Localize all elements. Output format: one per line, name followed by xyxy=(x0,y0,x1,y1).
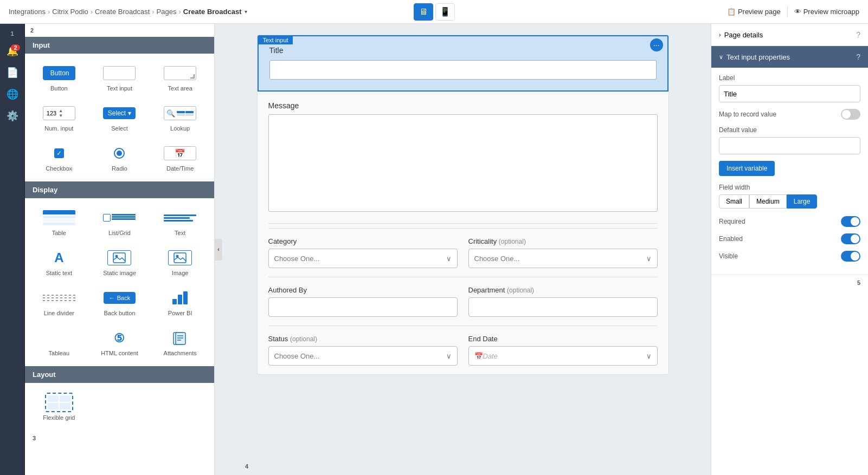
field-width-medium[interactable]: Medium xyxy=(749,194,787,209)
text-input-props-label: Text input properties xyxy=(726,53,790,61)
breadcrumb-integrations[interactable]: Integrations xyxy=(9,8,46,16)
component-tableau[interactable]: Tableau xyxy=(30,324,88,361)
component-button[interactable]: Button Button xyxy=(30,59,88,96)
grid-cell xyxy=(103,214,111,222)
authored-by-input[interactable] xyxy=(268,297,458,317)
icon-sidebar: 1 🔔 2 📄 🌐 ⚙️ xyxy=(0,24,25,475)
list-grid-label: List/Grid xyxy=(108,230,131,236)
attachments-icon-wrapper xyxy=(164,328,196,348)
default-value-input[interactable] xyxy=(719,137,860,154)
component-list-grid[interactable]: List/Grid xyxy=(91,204,149,240)
end-date-input[interactable]: 📅 Date ∨ xyxy=(468,346,658,366)
component-table[interactable]: Table xyxy=(30,204,88,240)
message-textarea[interactable] xyxy=(268,114,658,212)
list-grid-icon-wrapper xyxy=(103,208,136,227)
preview-microapp-link[interactable]: 👁 Preview microapp xyxy=(794,8,859,16)
breadcrumb-podio[interactable]: Citrix Podio xyxy=(52,8,88,16)
criticality-optional: (optional) xyxy=(499,238,526,245)
button-icon-wrapper: Button xyxy=(43,63,75,83)
map-to-record-toggle[interactable] xyxy=(841,109,860,120)
component-num-input[interactable]: 123 ▲▼ Num. input xyxy=(30,99,88,136)
component-back-button[interactable]: ← Back Back button xyxy=(91,284,149,321)
sidebar-item-documents[interactable]: 📄 xyxy=(3,63,22,82)
input-section-header: Input xyxy=(25,37,214,54)
sidebar-item-globe[interactable]: 🌐 xyxy=(3,84,22,104)
checkbox-icon-wrapper: ✓ xyxy=(43,144,75,163)
component-text[interactable]: Text xyxy=(151,204,209,240)
page-details-header-content: › Page details xyxy=(719,31,763,39)
component-attachments[interactable]: Attachments xyxy=(151,324,209,361)
title-field-label: Title xyxy=(269,46,657,55)
calendar-icon: 📅 xyxy=(175,148,185,159)
component-image[interactable]: Image xyxy=(151,244,209,281)
breadcrumb-current: Create Broadcast xyxy=(183,8,242,16)
component-text-input[interactable]: Text input xyxy=(91,59,149,96)
component-flexible-grid[interactable]: Flexible grid xyxy=(30,388,88,425)
component-datetime[interactable]: 📅 Date/Time xyxy=(151,139,209,176)
select-preview: Select ▾ xyxy=(103,107,136,119)
text-icon-wrapper xyxy=(164,208,196,227)
text-input-props-help-icon[interactable]: ? xyxy=(856,53,860,61)
nav-separator xyxy=(787,6,788,17)
sidebar-item-notifications[interactable]: 🔔 2 xyxy=(3,41,22,61)
component-power-bi[interactable]: Power BI xyxy=(151,284,209,321)
visible-row: Visible xyxy=(719,251,860,262)
enabled-toggle[interactable] xyxy=(841,233,860,244)
component-static-text[interactable]: A Static text xyxy=(30,244,88,281)
text-line-2 xyxy=(164,217,190,219)
message-section: Message xyxy=(258,92,668,223)
component-checkbox[interactable]: ✓ Checkbox xyxy=(30,139,88,176)
component-line-divider[interactable]: Line divider xyxy=(30,284,88,321)
component-static-image[interactable]: Static image xyxy=(91,244,149,281)
page-details-help-icon[interactable]: ? xyxy=(856,30,860,39)
breadcrumb-create-broadcast-1[interactable]: Create Broadcast xyxy=(95,8,150,16)
lookup-search-icon: 🔍 xyxy=(166,109,175,118)
table-row-2 xyxy=(43,219,75,222)
category-select[interactable]: Choose One... ∨ xyxy=(268,249,458,268)
image-preview xyxy=(168,250,192,265)
layout-section-label: Layout xyxy=(33,370,56,379)
table-label: Table xyxy=(52,230,66,236)
department-input[interactable] xyxy=(468,297,658,317)
flexible-grid-preview xyxy=(45,393,73,412)
title-component-wrapper: Text input ··· Title xyxy=(258,35,668,92)
back-button-preview: ← Back xyxy=(104,292,136,304)
spacer-1 xyxy=(258,224,668,228)
label-field-input[interactable] xyxy=(719,85,860,102)
enabled-row: Enabled xyxy=(719,233,860,244)
static-image-label: Static image xyxy=(103,270,136,276)
component-radio[interactable]: Radio xyxy=(91,139,149,176)
breadcrumb-dropdown-icon[interactable]: ▾ xyxy=(245,9,247,15)
criticality-select[interactable]: Choose One... ∨ xyxy=(468,249,658,268)
list-grid-row xyxy=(103,214,136,222)
component-select[interactable]: Select ▾ Select xyxy=(91,99,149,136)
canvas-component-actions-button[interactable]: ··· xyxy=(650,38,663,51)
category-criticality-row: Category Choose One... ∨ Criticality (op… xyxy=(258,229,668,277)
component-html-content[interactable]: ⑤ HTML content xyxy=(91,324,149,361)
visible-toggle[interactable] xyxy=(841,251,860,262)
text-input-props-header[interactable]: ∨ Text input properties ? xyxy=(711,46,868,68)
required-toggle[interactable] xyxy=(841,216,860,227)
mobile-view-button[interactable]: 📱 xyxy=(435,3,455,21)
breadcrumb-pages[interactable]: Pages xyxy=(157,8,177,16)
button-label: Button xyxy=(50,85,68,92)
field-width-small[interactable]: Small xyxy=(719,194,749,209)
desktop-view-button[interactable]: 🖥 xyxy=(414,3,433,21)
title-input[interactable] xyxy=(269,60,657,80)
component-text-area[interactable]: ⊿ Text area xyxy=(151,59,209,96)
component-lookup[interactable]: 🔍 Lookup xyxy=(151,99,209,136)
collapse-panel-button[interactable]: ‹ xyxy=(215,239,222,261)
status-select[interactable]: Choose One... ∨ xyxy=(268,346,458,366)
sidebar-item-settings[interactable]: ⚙️ xyxy=(3,106,22,126)
enabled-label: Enabled xyxy=(719,235,743,243)
preview-page-link[interactable]: 📋 Preview page xyxy=(727,8,781,16)
field-width-large[interactable]: Large xyxy=(787,194,818,209)
text-input-props-header-content: ∨ Text input properties xyxy=(719,53,790,61)
breadcrumb-sep-1: › xyxy=(48,8,50,16)
insert-variable-button[interactable]: Insert variable xyxy=(719,161,775,176)
power-bi-icon-wrapper xyxy=(164,288,196,308)
html-content-preview: ⑤ xyxy=(103,330,136,346)
line-divider-label: Line divider xyxy=(44,310,74,316)
select-label: Select xyxy=(111,125,128,132)
page-details-header[interactable]: › Page details ? xyxy=(711,24,868,45)
